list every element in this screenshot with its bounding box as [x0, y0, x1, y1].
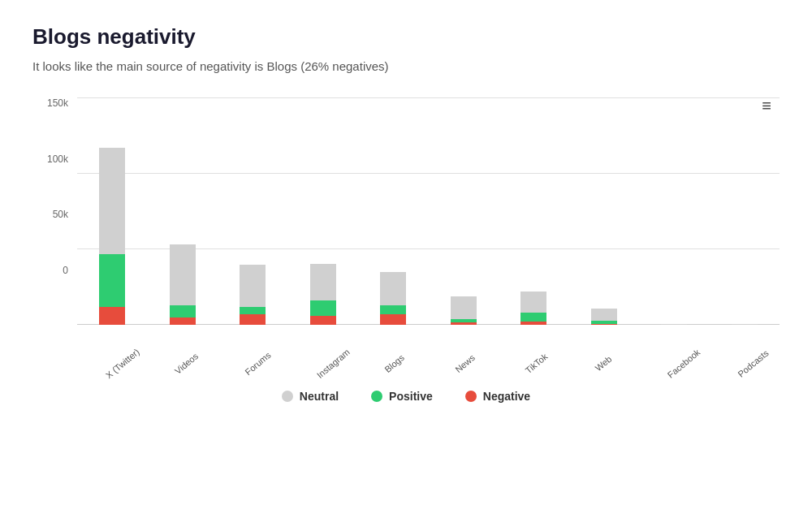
bar-group: TikTok: [499, 97, 569, 325]
bar-segment-neutral: [240, 265, 266, 307]
bar-segment-positive: [310, 300, 336, 316]
x-axis-label: News: [453, 352, 477, 374]
x-axis-label: X (Twitter): [104, 347, 141, 380]
legend-item: Negative: [465, 390, 530, 403]
bar-group: Instagram: [288, 97, 359, 325]
bar-segment-negative: [170, 317, 196, 325]
legend-item: Neutral: [282, 390, 339, 403]
y-label-150k: 150k: [32, 97, 73, 109]
x-axis-label: Forums: [244, 350, 273, 377]
bar-segment-neutral: [451, 296, 477, 319]
y-label-50k: 50k: [32, 209, 73, 220]
subtitle: It looks like the main source of negativ…: [32, 59, 780, 73]
legend-label: Positive: [389, 390, 433, 403]
bar-segment-negative: [520, 322, 546, 325]
bar-segment-negative: [451, 322, 477, 325]
bar-segment-neutral: [310, 264, 336, 300]
bar-segment-negative: [99, 307, 125, 325]
x-axis-label: Web: [593, 354, 613, 374]
bar-segment-positive: [380, 305, 406, 314]
x-axis-label: Podcasts: [736, 348, 770, 378]
legend-label: Neutral: [300, 390, 339, 403]
legend-color-dot: [371, 391, 382, 402]
bar-group: Blogs: [358, 97, 429, 325]
bar-group: Podcasts: [710, 97, 780, 325]
bar-segment-negative: [380, 314, 406, 325]
bar-group: Web: [569, 97, 640, 325]
bar-segment-negative: [240, 314, 266, 325]
legend-color-dot: [282, 391, 293, 402]
bar-segment-positive: [170, 305, 196, 317]
y-label-0: 0: [32, 265, 73, 276]
bar-segment-negative: [591, 324, 617, 325]
bar-segment-positive: [240, 307, 266, 314]
x-axis-label: Blogs: [382, 352, 406, 374]
y-label-100k: 100k: [32, 153, 73, 165]
bar-segment-positive: [99, 254, 125, 307]
chart-legend: NeutralPositiveNegative: [32, 390, 780, 403]
bar-segment-neutral: [170, 244, 196, 305]
bar-segment-negative: [310, 316, 336, 325]
bar-group: News: [429, 97, 499, 325]
bar-group: Facebook: [639, 97, 710, 325]
bar-segment-neutral: [99, 148, 125, 254]
bar-segment-neutral: [591, 309, 617, 321]
bar-group: X (Twitter): [77, 97, 148, 325]
x-axis-label: Facebook: [666, 347, 702, 379]
x-axis-label: Instagram: [314, 347, 351, 380]
bar-segment-neutral: [661, 324, 687, 325]
bar-segment-positive: [520, 313, 546, 322]
bar-group: Forums: [218, 97, 288, 325]
x-axis-label: Videos: [173, 351, 200, 376]
legend-item: Positive: [371, 390, 433, 403]
bar-segment-neutral: [520, 292, 546, 313]
bar-group: Videos: [148, 97, 218, 325]
chart-container: ≡ 150k 100k 50k 0 X (Twitter)VideosForum…: [32, 97, 780, 325]
bar-segment-neutral: [732, 324, 758, 325]
bar-segment-neutral: [380, 272, 406, 305]
x-axis-label: TikTok: [524, 352, 550, 375]
legend-color-dot: [465, 391, 477, 402]
legend-label: Negative: [483, 390, 530, 403]
page-title: Blogs negativity: [32, 24, 780, 50]
